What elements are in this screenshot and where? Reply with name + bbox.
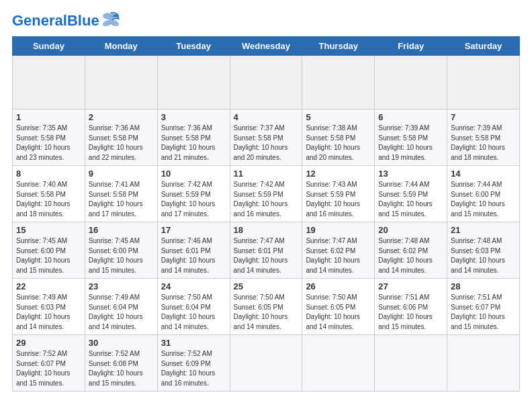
- cell-daylight-label: Daylight: 10 hours and 16 minutes.: [306, 200, 360, 218]
- day-number: 24: [161, 281, 227, 291]
- cell-sunset: Sunset: 5:58 PM: [378, 134, 428, 142]
- calendar-cell: [230, 335, 302, 392]
- day-number: 18: [234, 225, 300, 235]
- cell-sunset: Sunset: 5:58 PM: [306, 134, 355, 142]
- cell-daylight-label: Daylight: 10 hours and 22 minutes.: [89, 144, 143, 161]
- cell-sunrise: Sunrise: 7:37 AM: [234, 124, 285, 132]
- day-number: 22: [16, 281, 82, 291]
- calendar-cell: 11 Sunrise: 7:42 AM Sunset: 5:59 PM Dayl…: [230, 166, 302, 222]
- cell-sunrise: Sunrise: 7:39 AM: [451, 124, 502, 132]
- day-number: 5: [306, 112, 371, 122]
- cell-daylight-label: Daylight: 10 hours and 15 minutes.: [16, 369, 71, 387]
- day-number: 31: [161, 338, 227, 348]
- logo-general: General: [12, 12, 67, 29]
- calendar-cell: 7 Sunrise: 7:39 AM Sunset: 5:58 PM Dayli…: [447, 109, 520, 166]
- cell-sunrise: Sunrise: 7:36 AM: [161, 124, 212, 132]
- cell-sunrise: Sunrise: 7:45 AM: [16, 237, 67, 244]
- day-number: 2: [89, 112, 154, 122]
- cell-sunset: Sunset: 6:04 PM: [161, 304, 211, 311]
- day-number: 27: [378, 281, 444, 291]
- calendar-cell: 19 Sunrise: 7:47 AM Sunset: 6:02 PM Dayl…: [302, 222, 375, 279]
- day-number: 16: [89, 225, 154, 235]
- day-number: 11: [234, 169, 300, 179]
- calendar-cell: [447, 56, 520, 109]
- cell-sunrise: Sunrise: 7:47 AM: [306, 237, 357, 244]
- day-number: 21: [451, 225, 517, 235]
- cell-sunset: Sunset: 5:59 PM: [234, 191, 283, 198]
- calendar-week-row: 29 Sunrise: 7:52 AM Sunset: 6:07 PM Dayl…: [13, 335, 520, 392]
- day-header-monday: Monday: [85, 37, 157, 56]
- day-header-wednesday: Wednesday: [230, 37, 302, 56]
- cell-sunrise: Sunrise: 7:38 AM: [306, 124, 357, 132]
- cell-daylight-label: Daylight: 10 hours and 17 minutes.: [161, 200, 216, 218]
- calendar-cell: 31 Sunrise: 7:52 AM Sunset: 6:09 PM Dayl…: [157, 335, 230, 392]
- calendar-cell: 28 Sunrise: 7:51 AM Sunset: 6:07 PM Dayl…: [447, 279, 520, 335]
- logo-blue-text: Blue: [67, 12, 99, 29]
- calendar-cell: 13 Sunrise: 7:44 AM Sunset: 5:59 PM Dayl…: [375, 166, 447, 222]
- calendar-cell: 20 Sunrise: 7:48 AM Sunset: 6:02 PM Dayl…: [375, 222, 447, 279]
- cell-daylight-label: Daylight: 10 hours and 17 minutes.: [89, 200, 143, 218]
- day-number: 12: [306, 169, 371, 179]
- calendar-cell: [375, 56, 447, 109]
- cell-sunrise: Sunrise: 7:51 AM: [451, 293, 502, 301]
- calendar-cell: [157, 56, 230, 109]
- cell-sunset: Sunset: 5:58 PM: [89, 134, 138, 142]
- day-number: 7: [451, 112, 517, 122]
- cell-daylight-label: Daylight: 10 hours and 16 minutes.: [161, 369, 216, 387]
- day-number: 29: [16, 338, 82, 348]
- cell-daylight-label: Daylight: 10 hours and 14 minutes.: [16, 313, 71, 330]
- cell-sunset: Sunset: 6:07 PM: [451, 304, 500, 311]
- day-number: 25: [234, 281, 300, 291]
- cell-daylight-label: Daylight: 10 hours and 14 minutes.: [161, 257, 216, 274]
- day-number: 1: [16, 112, 82, 122]
- day-number: 20: [378, 225, 444, 235]
- cell-daylight-label: Daylight: 10 hours and 15 minutes.: [378, 200, 433, 218]
- cell-daylight-label: Daylight: 10 hours and 15 minutes.: [378, 313, 433, 330]
- cell-sunrise: Sunrise: 7:36 AM: [89, 124, 140, 132]
- cell-sunset: Sunset: 5:58 PM: [161, 134, 211, 142]
- day-number: 15: [16, 225, 82, 235]
- cell-sunrise: Sunrise: 7:44 AM: [378, 181, 429, 188]
- logo-bird-icon: [101, 12, 120, 27]
- cell-sunrise: Sunrise: 7:52 AM: [89, 350, 140, 357]
- cell-sunset: Sunset: 5:59 PM: [378, 191, 428, 198]
- day-number: 26: [306, 281, 371, 291]
- calendar-week-row: 1 Sunrise: 7:35 AM Sunset: 5:58 PM Dayli…: [13, 109, 520, 166]
- cell-sunrise: Sunrise: 7:39 AM: [378, 124, 429, 132]
- calendar-table: SundayMondayTuesdayWednesdayThursdayFrid…: [12, 36, 520, 392]
- cell-daylight-label: Daylight: 10 hours and 14 minutes.: [234, 313, 288, 330]
- calendar-cell: [85, 56, 157, 109]
- calendar-cell: 10 Sunrise: 7:42 AM Sunset: 5:59 PM Dayl…: [157, 166, 230, 222]
- cell-sunrise: Sunrise: 7:45 AM: [89, 237, 140, 244]
- cell-daylight-label: Daylight: 10 hours and 18 minutes.: [451, 144, 505, 161]
- cell-daylight-label: Daylight: 10 hours and 14 minutes.: [451, 257, 505, 274]
- day-number: 10: [161, 169, 227, 179]
- cell-sunrise: Sunrise: 7:52 AM: [161, 350, 212, 357]
- calendar-cell: 4 Sunrise: 7:37 AM Sunset: 5:58 PM Dayli…: [230, 109, 302, 166]
- cell-sunset: Sunset: 6:05 PM: [306, 304, 355, 311]
- cell-sunset: Sunset: 6:04 PM: [89, 304, 138, 311]
- calendar-week-row: 22 Sunrise: 7:49 AM Sunset: 6:03 PM Dayl…: [13, 279, 520, 335]
- calendar-cell: [375, 335, 447, 392]
- calendar-cell: 5 Sunrise: 7:38 AM Sunset: 5:58 PM Dayli…: [302, 109, 375, 166]
- header: GeneralBlue: [12, 12, 520, 30]
- cell-sunset: Sunset: 5:58 PM: [16, 191, 66, 198]
- calendar-cell: 1 Sunrise: 7:35 AM Sunset: 5:58 PM Dayli…: [13, 109, 85, 166]
- cell-sunset: Sunset: 6:05 PM: [234, 304, 283, 311]
- calendar-cell: 2 Sunrise: 7:36 AM Sunset: 5:58 PM Dayli…: [85, 109, 157, 166]
- calendar-week-row: 8 Sunrise: 7:40 AM Sunset: 5:58 PM Dayli…: [13, 166, 520, 222]
- calendar-cell: 26 Sunrise: 7:50 AM Sunset: 6:05 PM Dayl…: [302, 279, 375, 335]
- calendar-cell: 15 Sunrise: 7:45 AM Sunset: 6:00 PM Dayl…: [13, 222, 85, 279]
- calendar-cell: [302, 335, 375, 392]
- cell-sunrise: Sunrise: 7:50 AM: [234, 293, 285, 301]
- logo-text: GeneralBlue: [12, 12, 99, 30]
- day-header-sunday: Sunday: [13, 37, 85, 56]
- cell-daylight-label: Daylight: 10 hours and 23 minutes.: [16, 144, 71, 161]
- cell-sunset: Sunset: 6:02 PM: [306, 247, 355, 255]
- day-number: 13: [378, 169, 444, 179]
- day-header-saturday: Saturday: [447, 37, 520, 56]
- cell-daylight-label: Daylight: 10 hours and 15 minutes.: [451, 200, 505, 218]
- cell-daylight-label: Daylight: 10 hours and 14 minutes.: [378, 257, 433, 274]
- cell-sunrise: Sunrise: 7:48 AM: [451, 237, 502, 244]
- cell-sunrise: Sunrise: 7:49 AM: [16, 293, 67, 301]
